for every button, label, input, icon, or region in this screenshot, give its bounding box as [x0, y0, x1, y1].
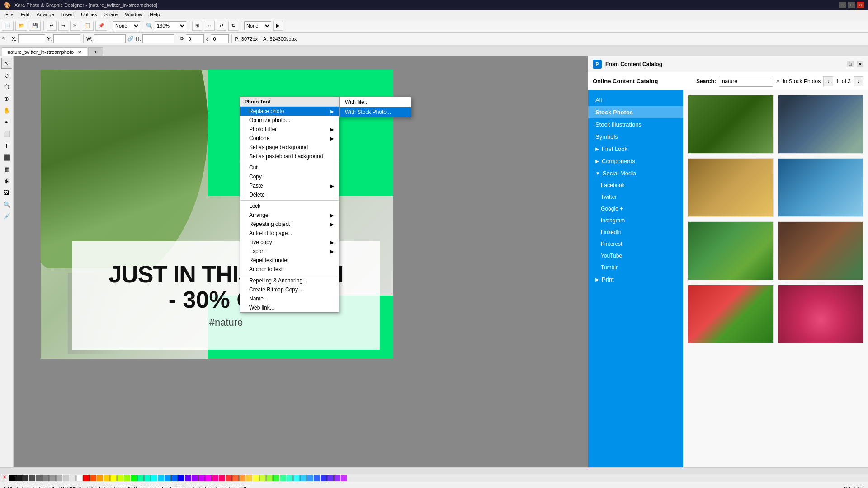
redo-button[interactable]: ↪ — [58, 21, 68, 31]
color-swatch-11[interactable] — [83, 475, 90, 481]
cm-repeating[interactable]: Repeating object ▶ — [240, 220, 339, 229]
color-swatch-44[interactable] — [307, 475, 313, 481]
nav-first-look[interactable]: ▶ First Look — [588, 143, 683, 155]
tab-close-icon[interactable]: ✕ — [78, 50, 81, 55]
color-swatch-15[interactable] — [110, 475, 117, 481]
nav-stock-photos[interactable]: Stock Photos — [588, 106, 683, 118]
nav-components[interactable]: ▶ Components — [588, 155, 683, 167]
w-input[interactable]: 1024px — [94, 34, 126, 43]
search-input[interactable] — [719, 76, 773, 87]
color-swatch-4[interactable] — [36, 475, 42, 481]
export-btn[interactable]: ▶ — [273, 21, 283, 31]
sm-with-stock-photo[interactable]: With Stock Photo... — [340, 107, 411, 117]
color-swatch-6[interactable] — [49, 475, 56, 481]
nav-linkedin[interactable]: LinkedIn — [588, 226, 683, 238]
search-clear-icon[interactable]: ✕ — [776, 78, 780, 84]
nav-social-media[interactable]: ▼ Social Media — [588, 167, 683, 179]
catalog-image-8[interactable] — [778, 285, 864, 343]
menu-item-insert[interactable]: Insert — [58, 10, 78, 19]
cm-replace-photo[interactable]: Replace photo ▶ — [240, 107, 339, 116]
transparency-tool[interactable]: ◈ — [1, 175, 12, 186]
photo-tool[interactable]: 🖼 — [1, 187, 12, 198]
color-swatch-49[interactable] — [341, 475, 347, 481]
color-swatch-27[interactable] — [192, 475, 198, 481]
x-input[interactable]: 0px — [18, 34, 45, 43]
color-swatch-21[interactable] — [151, 475, 157, 481]
nav-tumblr[interactable]: Tumblr — [588, 262, 683, 273]
cm-live-copy[interactable]: Live copy ▶ — [240, 238, 339, 247]
cm-repelling-anchoring[interactable]: Repelling & Anchoring... — [240, 276, 339, 285]
menu-item-share[interactable]: Share — [101, 10, 121, 19]
menu-item-edit[interactable]: Edit — [17, 10, 33, 19]
contour-tool[interactable]: ⬡ — [1, 81, 12, 92]
nav-facebook[interactable]: Facebook — [588, 179, 683, 191]
cm-autofit[interactable]: Auto-Fit to page... — [240, 229, 339, 238]
cm-name[interactable]: Name... — [240, 294, 339, 303]
color-swatch-2[interactable] — [22, 475, 28, 481]
search-prev-button[interactable]: ‹ — [823, 76, 833, 86]
color-swatch-9[interactable] — [70, 475, 76, 481]
color-swatch-31[interactable] — [219, 475, 225, 481]
y-input[interactable]: 0px — [53, 34, 80, 43]
catalog-image-1[interactable] — [688, 95, 774, 154]
cm-set-page-bg[interactable]: Set as page background — [240, 143, 339, 152]
catalog-image-3[interactable] — [688, 158, 774, 217]
zoom-select[interactable]: 160% — [155, 21, 186, 30]
color-swatch-41[interactable] — [287, 475, 293, 481]
color-swatch-25[interactable] — [178, 475, 184, 481]
tab-document[interactable]: nature_twitter_in-streamphoto ✕ — [2, 47, 87, 56]
fill-tool[interactable]: ⬛ — [1, 152, 12, 163]
select-tool[interactable]: ↖ — [1, 58, 12, 69]
nav-symbols[interactable]: Symbols — [588, 131, 683, 143]
color-swatch-40[interactable] — [280, 475, 286, 481]
minimize-button[interactable]: ─ — [839, 2, 846, 8]
swatch-none[interactable]: ✕ — [2, 475, 8, 481]
color-swatch-22[interactable] — [158, 475, 164, 481]
color-swatch-23[interactable] — [165, 475, 171, 481]
color-picker[interactable]: 💉 — [1, 211, 12, 221]
cm-photo-filter[interactable]: Photo Filter ▶ — [240, 125, 339, 134]
maximize-button[interactable]: □ — [848, 2, 855, 8]
color-swatch-35[interactable] — [246, 475, 252, 481]
flip-h-button[interactable]: ⇄ — [217, 21, 226, 31]
color-swatch-47[interactable] — [327, 475, 334, 481]
cm-delete[interactable]: Delete — [240, 190, 339, 199]
color-swatch-30[interactable] — [212, 475, 218, 481]
color-swatch-32[interactable] — [226, 475, 232, 481]
catalog-restore-button[interactable]: □ — [847, 61, 854, 67]
color-swatch-5[interactable] — [42, 475, 49, 481]
nav-pinterest[interactable]: Pinterest — [588, 238, 683, 250]
gradient-tool[interactable]: ▦ — [1, 164, 12, 174]
catalog-image-5[interactable] — [688, 221, 774, 280]
undo-button[interactable]: ↩ — [47, 21, 57, 31]
cm-optimize[interactable]: Optimize photo... — [240, 116, 339, 125]
color-swatch-17[interactable] — [124, 475, 130, 481]
color-swatch-36[interactable] — [253, 475, 259, 481]
push-tool[interactable]: ✋ — [1, 105, 12, 116]
search-next-button[interactable]: › — [854, 76, 863, 86]
close-button[interactable]: ✕ — [857, 2, 864, 8]
cm-export[interactable]: Export ▶ — [240, 247, 339, 256]
cm-lock[interactable]: Lock — [240, 202, 339, 211]
paste-button[interactable]: 📌 — [95, 21, 107, 31]
color-swatch-3[interactable] — [29, 475, 35, 481]
nav-print[interactable]: ▶ Print — [588, 273, 683, 286]
cm-bitmap-copy[interactable]: Create Bitmap Copy... — [240, 285, 339, 294]
save-button[interactable]: 💾 — [29, 21, 41, 31]
color-swatch-19[interactable] — [137, 475, 144, 481]
color-swatch-16[interactable] — [117, 475, 123, 481]
zoom-tool[interactable]: ⊕ — [1, 93, 12, 104]
color-swatch-12[interactable] — [90, 475, 96, 481]
nav-all[interactable]: All — [588, 94, 683, 106]
none-select[interactable]: None — [244, 21, 271, 30]
skew-input[interactable] — [211, 34, 229, 43]
catalog-image-7[interactable] — [688, 285, 774, 343]
horizontal-scrollbar[interactable] — [0, 467, 868, 474]
color-swatch-46[interactable] — [321, 475, 327, 481]
color-swatch-8[interactable] — [63, 475, 69, 481]
rotate-input[interactable] — [186, 34, 204, 43]
cm-paste[interactable]: Paste ▶ — [240, 181, 339, 190]
cm-arrange[interactable]: Arrange ▶ — [240, 211, 339, 220]
nav-google-plus[interactable]: Google + — [588, 203, 683, 215]
pen-tool[interactable]: ✒ — [1, 117, 12, 127]
